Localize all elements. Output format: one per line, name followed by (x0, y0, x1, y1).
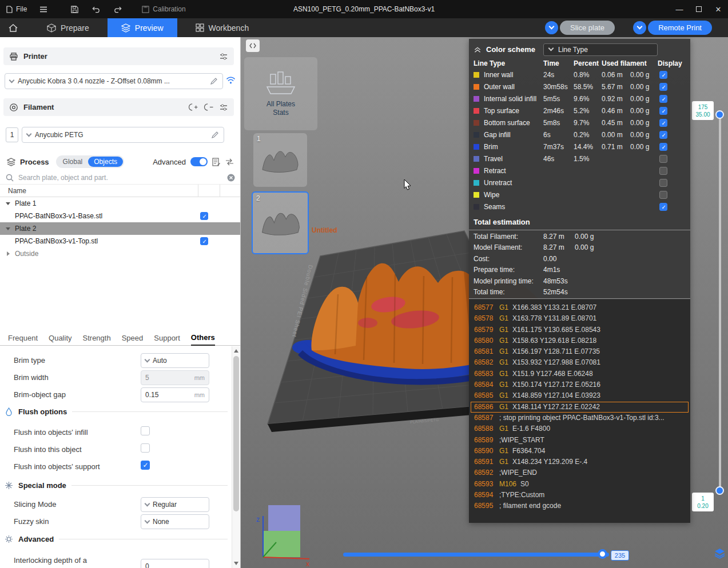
filament-select[interactable]: Anycubic PETG (22, 127, 224, 143)
gcode-line[interactable]: 68590 G1 F6364.704 (471, 446, 689, 457)
color-scheme-select[interactable]: Line Type (543, 43, 658, 56)
display-checkbox[interactable] (659, 119, 667, 127)
gcode-line[interactable]: 68594 ;TYPE:Custom (471, 490, 689, 501)
display-checkbox[interactable] (659, 107, 667, 115)
tab-prepare[interactable]: Prepare (33, 18, 103, 37)
display-checkbox[interactable] (659, 179, 667, 187)
display-checkbox[interactable] (659, 155, 667, 163)
filament-settings-icon[interactable] (219, 103, 228, 112)
scroll-down-arrow[interactable] (234, 562, 238, 565)
display-checkbox[interactable] (659, 83, 667, 91)
gcode-line[interactable]: 68593 M106 S0 (471, 479, 689, 490)
flush-infill-checkbox[interactable] (141, 426, 150, 435)
minimize-button[interactable]: — (670, 0, 689, 18)
print-dropdown-chevron[interactable] (633, 21, 646, 34)
layers-view-icon[interactable] (714, 547, 726, 559)
sidebar-scrollbar[interactable] (232, 346, 240, 568)
printer-settings-icon[interactable] (219, 52, 228, 61)
add-filament-icon[interactable] (188, 103, 198, 111)
chevron-down-icon[interactable] (6, 202, 10, 205)
gcode-line[interactable]: 68584 G1 X150.174 Y127.172 E.05216 (471, 379, 689, 390)
flush-object-checkbox[interactable] (141, 443, 150, 453)
flush-support-checkbox[interactable] (141, 461, 150, 470)
gcode-line[interactable]: 68582 G1 X153.932 Y127.988 E.07081 (471, 357, 689, 368)
slice-dropdown-chevron[interactable] (545, 21, 558, 34)
display-checkbox[interactable] (659, 167, 667, 175)
brim-gap-input[interactable]: 0.15 mm (141, 387, 209, 402)
display-checkbox[interactable] (659, 95, 667, 103)
layer-slider[interactable] (719, 111, 721, 490)
file-menu[interactable]: File (0, 0, 33, 18)
gcode-line[interactable]: 68585 G1 X148.859 Y127.104 E.03923 (471, 390, 689, 401)
object-visible-checkbox[interactable] (200, 212, 208, 220)
tab-support[interactable]: Support (154, 334, 180, 345)
tree-row-plate-2[interactable]: Plate 2 (0, 222, 241, 235)
maximize-button[interactable] (689, 0, 709, 18)
gcode-line[interactable]: 68589 ;WIPE_START (471, 435, 689, 446)
gcode-line[interactable]: 68581 G1 X156.197 Y128.711 E.07735 (471, 346, 689, 357)
gcode-line[interactable]: 68591 G1 X148.234 Y129.209 E-.4 (471, 457, 689, 467)
home-button[interactable] (0, 18, 26, 37)
redo-icon[interactable] (107, 0, 129, 18)
chevron-right-icon[interactable] (7, 251, 10, 256)
tab-others[interactable]: Others (191, 333, 215, 346)
tab-frequent[interactable]: Frequent (8, 334, 38, 345)
gcode-line[interactable]: 68580 G1 X158.63 Y129.618 E.08218 (471, 335, 689, 346)
tab-strength[interactable]: Strength (83, 334, 111, 345)
display-checkbox[interactable] (659, 191, 667, 199)
filament-mapping-icon[interactable] (225, 158, 234, 166)
brim-width-input[interactable]: 5 mm (141, 370, 209, 385)
tab-quality[interactable]: Quality (49, 334, 71, 345)
undo-icon[interactable] (85, 0, 107, 18)
gcode-line[interactable]: 68587 ; stop printing object PPAC-BatNBo… (471, 413, 689, 423)
printer-select[interactable]: Anycubic Kobra 3 0.4 nozzle - Z-Offset 0… (5, 73, 223, 89)
clear-search-icon[interactable] (227, 174, 235, 182)
slicing-mode-select[interactable]: Regular (141, 497, 209, 512)
scroll-up-arrow[interactable] (234, 349, 238, 353)
tree-row-base-stl[interactable]: PPAC-BatNBox3-v1-Base.stl (0, 210, 241, 222)
display-checkbox[interactable] (659, 71, 667, 79)
tab-speed[interactable]: Speed (122, 334, 144, 345)
gcode-line[interactable]: 68588 G1 E-1.6 F4800 (471, 423, 689, 434)
wifi-connection-icon[interactable] (225, 76, 236, 85)
edit-printer-icon[interactable] (210, 77, 218, 85)
brim-type-select[interactable]: Auto (141, 353, 209, 368)
gcode-line[interactable]: 68583 G1 X151.9 Y127.468 E.06248 (471, 369, 689, 379)
search-input[interactable] (18, 174, 222, 182)
plate-2-thumbnail[interactable]: 2 (252, 191, 309, 254)
collapse-sidebar-button[interactable] (246, 39, 260, 52)
gcode-line[interactable]: 68577 G1 X166.383 Y133.21 E.08707 (471, 302, 689, 313)
tree-row-plate-1[interactable]: Plate 1 (0, 197, 241, 210)
toggle-global[interactable]: Global (57, 157, 89, 167)
slice-plate-button[interactable]: Slice plate (560, 21, 615, 35)
fuzzy-skin-select[interactable]: None (141, 514, 209, 529)
move-slider[interactable] (343, 553, 609, 557)
scrollbar-thumb[interactable] (233, 356, 239, 511)
param-table-icon[interactable] (212, 158, 221, 166)
toggle-objects[interactable]: Objects (88, 157, 123, 167)
plate-1-thumbnail[interactable]: 1 (253, 133, 307, 187)
save-icon[interactable] (64, 0, 85, 18)
tab-preview[interactable]: Preview (108, 18, 177, 37)
menu-icon[interactable] (33, 0, 54, 18)
layer-slider-top-handle[interactable] (715, 110, 724, 119)
move-slider-handle[interactable] (598, 549, 607, 559)
plate-name-label[interactable]: Untitled (312, 226, 337, 234)
chevron-down-icon[interactable] (6, 227, 10, 230)
tab-workbench[interactable]: Workbench (182, 18, 263, 37)
display-checkbox[interactable] (659, 203, 667, 211)
object-visible-checkbox[interactable] (200, 237, 208, 245)
gcode-line[interactable]: 68578 G1 X163.778 Y131.89 E.08701 (471, 313, 689, 324)
interlocking-input[interactable]: 0 (141, 559, 209, 568)
remote-print-button[interactable]: Remote Print (648, 21, 712, 35)
gcode-line[interactable]: 68586 G1 X148.114 Y127.212 E.02242 (471, 402, 689, 413)
gcode-line[interactable]: 68579 G1 X161.175 Y130.685 E.08543 (471, 325, 689, 335)
collapse-panel-icon[interactable] (474, 46, 482, 53)
layer-slider-bottom-handle[interactable] (715, 486, 724, 495)
advanced-toggle[interactable] (190, 157, 208, 166)
gcode-line[interactable]: 68595 ; filament end gcode (471, 501, 689, 511)
tree-row-outside[interactable]: Outside (0, 247, 241, 260)
tree-row-top-stl[interactable]: PPAC-BatNBox3-v1-Top.stl (0, 235, 241, 247)
display-checkbox[interactable] (659, 131, 667, 139)
display-checkbox[interactable] (659, 143, 667, 151)
